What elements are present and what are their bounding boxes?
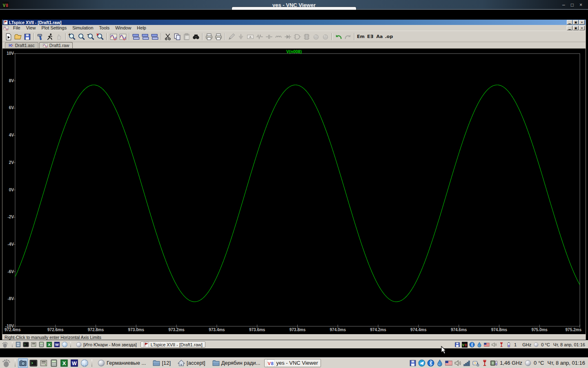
weather-sphere-icon [525, 360, 531, 366]
run-button[interactable] [45, 32, 54, 41]
screenshot-launcher[interactable] [18, 358, 28, 368]
gnome-menu-button[interactable] [0, 359, 12, 368]
telegram-tray-icon[interactable] [418, 359, 425, 367]
plot-settings-button[interactable] [118, 32, 127, 41]
taskbar-task-1[interactable]: LTspice XVII - [Draft1.raw] [140, 341, 205, 348]
speaker-tray-icon[interactable] [491, 342, 497, 348]
zoom-out-button[interactable]: − [86, 32, 96, 41]
close-button[interactable]: × [579, 1, 582, 9]
cascade-windows-button[interactable] [150, 32, 159, 41]
rotate-button[interactable]: E∃ [365, 32, 375, 41]
find-button[interactable] [191, 32, 200, 41]
undo-button[interactable] [334, 32, 343, 41]
taskbar-task-3[interactable]: Дерябин ради... [209, 359, 263, 367]
mirror-button[interactable]: Em [356, 32, 365, 41]
wine-tray-icon[interactable] [499, 342, 504, 348]
tile-horizontally-button[interactable] [131, 32, 140, 41]
print-preview-button[interactable] [214, 32, 223, 41]
spice-directive-button[interactable]: .op [384, 32, 394, 41]
vnc-toolbar-handle[interactable] [232, 7, 356, 10]
cpu-battery-tray-icon[interactable] [490, 359, 497, 367]
zoom-area-button[interactable] [77, 32, 86, 41]
floppy-drive-launcher[interactable] [39, 359, 48, 368]
ltspice-titlebar[interactable]: LTspice XVII - [Draft1.raw] ▁▣× [2, 20, 586, 25]
menu-simulation[interactable]: Simulation [69, 25, 96, 31]
taskbar-task-2[interactable]: [accept] [175, 359, 208, 367]
temperature[interactable]: 0 °C [541, 342, 550, 347]
calculator-launcher[interactable] [49, 359, 58, 368]
word-launcher[interactable] [70, 359, 79, 368]
minimize-button[interactable]: – [562, 1, 565, 9]
trace-label[interactable]: V(n008) [2, 49, 586, 54]
us-flag-tray-icon[interactable] [484, 342, 490, 348]
minimize-button[interactable]: ▁ [567, 26, 572, 30]
wine-tray-icon[interactable] [481, 359, 488, 367]
terminal-launcher[interactable] [29, 359, 38, 368]
web-browser-globe-launcher[interactable] [80, 359, 89, 368]
floppy-tray-icon[interactable] [454, 342, 460, 348]
web-browser-globe-launcher[interactable] [61, 341, 68, 348]
menu-view[interactable]: View [23, 25, 39, 31]
cut-button[interactable] [163, 32, 172, 41]
taskbar-task-0[interactable]: Германиевые ... [95, 359, 149, 367]
water-drop-tray-icon[interactable] [477, 342, 482, 348]
water-drop-tray-icon[interactable] [436, 359, 443, 367]
floppy-drive-launcher[interactable] [30, 341, 37, 348]
open-icon [14, 33, 22, 40]
taskbar-task-4[interactable]: yes - VNC Viewer [264, 359, 321, 367]
save-button[interactable] [22, 32, 32, 41]
taskbar-task-1[interactable]: [12] [150, 359, 174, 367]
menu-file[interactable]: File [10, 25, 23, 31]
word-launcher[interactable] [53, 341, 60, 348]
us-flag-tray-icon[interactable] [445, 359, 452, 367]
add-text-button[interactable]: Aa [375, 32, 384, 41]
file-manager-launcher[interactable] [15, 341, 22, 348]
autorange-y-axis-button[interactable] [109, 32, 118, 41]
weather-icon[interactable] [525, 360, 531, 366]
open-button[interactable] [13, 32, 22, 41]
close-button[interactable]: × [579, 26, 585, 30]
clock[interactable]: Чт, 8 апр, 01:16 [548, 360, 586, 366]
signal-tray-icon[interactable] [463, 359, 470, 367]
excel-launcher[interactable] [60, 359, 69, 368]
clock[interactable]: Чт, 8 апр, 01:16 [553, 342, 585, 347]
temperature[interactable]: 0 °C [534, 360, 544, 366]
bluetooth-tray-icon[interactable] [427, 359, 434, 367]
waveform-doc-icon[interactable] [3, 25, 9, 31]
vnc-tray-icon[interactable] [462, 342, 468, 348]
menu-tools[interactable]: Tools [96, 25, 113, 31]
excel-launcher[interactable] [46, 341, 53, 348]
new-schematic-button[interactable] [4, 32, 13, 41]
cpu-frequency[interactable]: 1 [514, 342, 517, 347]
taskbar-task-0[interactable]: [Ито Юкари - Моя звезда] [73, 341, 140, 348]
battery-charging-tray-icon[interactable] [472, 359, 479, 367]
battery-tray-icon[interactable] [506, 342, 512, 348]
control-panel-button[interactable] [36, 32, 45, 41]
zoom-full-extents-button[interactable]: × [96, 32, 105, 41]
waveform-canvas[interactable] [2, 49, 586, 334]
cpu-frequency[interactable]: 1,46 GHz [500, 360, 522, 366]
zoom-in-button[interactable]: + [67, 32, 77, 41]
bluetooth-tray-icon[interactable] [469, 342, 475, 348]
floppy-tray-icon[interactable] [409, 359, 416, 367]
tab-draft1.asc[interactable]: Draft1.asc [5, 42, 38, 48]
gnome-menu-button[interactable] [0, 341, 10, 348]
calculator-launcher[interactable] [38, 341, 45, 348]
restore-button[interactable]: ▣ [573, 26, 579, 30]
place-capacitor-button [264, 32, 274, 41]
speaker-tray-icon[interactable] [454, 359, 461, 367]
waveform-plot-pane[interactable]: V(n008) 10V8V6V4V2V0V-2V-4V-6V-8V-10V972… [2, 49, 586, 334]
maximize-button[interactable]: □ [571, 1, 574, 9]
tile-vertically-button[interactable] [140, 32, 150, 41]
copy-button[interactable] [172, 32, 182, 41]
print-button[interactable] [204, 32, 214, 41]
weather-icon[interactable] [534, 342, 539, 347]
menu-plot-settings[interactable]: Plot Settings [38, 25, 69, 31]
menu-window[interactable]: Window [112, 25, 134, 31]
menu-help[interactable]: Help [134, 25, 149, 31]
restore-button[interactable]: ▣ [573, 20, 579, 25]
tab-draft1.raw[interactable]: Draft1.raw [39, 42, 73, 48]
close-button[interactable]: × [579, 20, 585, 25]
terminal-launcher[interactable] [22, 341, 29, 348]
minimize-button[interactable]: ▁ [567, 20, 572, 25]
